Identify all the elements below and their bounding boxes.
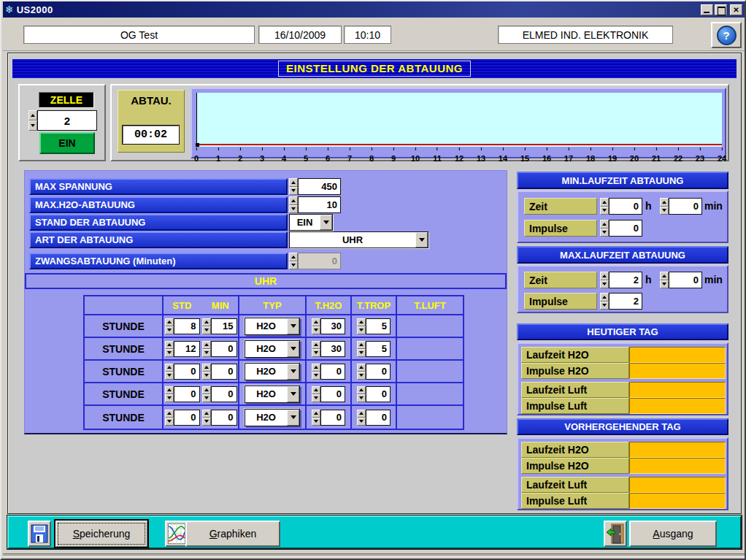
t-h2o-spinner[interactable]: 30 bbox=[312, 318, 345, 334]
std-spinner[interactable]: 8 bbox=[165, 318, 200, 334]
spin-up-icon[interactable] bbox=[202, 341, 211, 349]
chevron-down-icon[interactable] bbox=[415, 232, 428, 248]
std-spinner[interactable]: 0 bbox=[165, 364, 200, 380]
min-field[interactable]: 0 bbox=[211, 341, 237, 357]
spin-up-icon[interactable] bbox=[312, 386, 320, 394]
std-field[interactable]: 0 bbox=[174, 364, 200, 380]
t-trop-field[interactable]: 0 bbox=[366, 364, 391, 380]
typ-dropdown[interactable]: H2O bbox=[245, 386, 300, 403]
t-trop-spinner[interactable]: 0 bbox=[357, 364, 391, 380]
max-spannung-field[interactable]: 450 bbox=[298, 178, 341, 195]
spin-up-icon[interactable] bbox=[202, 410, 211, 418]
spin-up-icon[interactable] bbox=[165, 386, 174, 394]
chevron-down-icon[interactable] bbox=[320, 215, 332, 230]
spin-up-icon[interactable] bbox=[28, 110, 37, 120]
spin-up-icon[interactable] bbox=[357, 318, 366, 326]
chevron-down-icon[interactable] bbox=[287, 410, 299, 426]
min-spinner[interactable]: 0 bbox=[202, 386, 237, 402]
typ-dropdown[interactable]: H2O bbox=[245, 340, 300, 358]
spin-down-icon[interactable] bbox=[202, 349, 211, 357]
std-spinner[interactable]: 0 bbox=[165, 410, 200, 426]
max-spannung-spinner[interactable]: 450 bbox=[289, 178, 341, 195]
maximize-button[interactable] bbox=[715, 4, 727, 15]
typ-dropdown[interactable]: H2O bbox=[245, 318, 300, 335]
t-h2o-field[interactable]: 0 bbox=[320, 386, 345, 402]
spin-down-icon[interactable] bbox=[312, 326, 320, 334]
spin-down-icon[interactable] bbox=[165, 418, 174, 426]
spin-down-icon[interactable] bbox=[660, 280, 669, 289]
chevron-down-icon[interactable] bbox=[287, 386, 299, 402]
min-spinner[interactable]: 0 bbox=[202, 410, 237, 426]
t-trop-field[interactable]: 0 bbox=[366, 410, 391, 426]
std-spinner[interactable]: 0 bbox=[165, 386, 200, 402]
spin-up-icon[interactable] bbox=[202, 318, 211, 326]
spin-down-icon[interactable] bbox=[165, 326, 174, 334]
max-laufzeit-minutes-spinner[interactable]: 0 bbox=[660, 272, 702, 288]
help-button[interactable]: ? bbox=[711, 22, 742, 48]
spin-down-icon[interactable] bbox=[312, 349, 320, 357]
impulse-field[interactable]: 0 bbox=[609, 220, 642, 237]
spin-down-icon[interactable] bbox=[357, 418, 366, 426]
zelle-state-button[interactable]: EIN bbox=[39, 132, 95, 154]
min-laufzeit-minutes-spinner[interactable]: 0 bbox=[660, 198, 702, 215]
spin-down-icon[interactable] bbox=[312, 418, 320, 426]
exit-icon-button[interactable] bbox=[604, 521, 627, 547]
spin-up-icon[interactable] bbox=[165, 318, 174, 326]
spin-down-icon[interactable] bbox=[289, 187, 298, 196]
speicherung-button[interactable]: Speicherung bbox=[54, 519, 149, 548]
spin-down-icon[interactable] bbox=[600, 302, 609, 310]
t-trop-field[interactable]: 0 bbox=[366, 386, 391, 402]
t-trop-spinner[interactable]: 0 bbox=[357, 410, 391, 426]
spin-up-icon[interactable] bbox=[289, 178, 298, 187]
spin-down-icon[interactable] bbox=[202, 326, 211, 334]
t-h2o-spinner[interactable]: 0 bbox=[312, 386, 345, 402]
spin-up-icon[interactable] bbox=[600, 198, 609, 207]
t-h2o-field[interactable]: 0 bbox=[320, 410, 345, 426]
t-trop-field[interactable]: 5 bbox=[366, 341, 391, 357]
spin-down-icon[interactable] bbox=[312, 372, 320, 380]
chevron-down-icon[interactable] bbox=[287, 318, 299, 334]
t-trop-spinner[interactable]: 5 bbox=[357, 341, 391, 357]
spin-down-icon[interactable] bbox=[660, 207, 669, 215]
spin-up-icon[interactable] bbox=[165, 410, 174, 418]
std-field[interactable]: 12 bbox=[174, 341, 200, 357]
t-trop-spinner[interactable]: 0 bbox=[357, 386, 391, 402]
spin-down-icon[interactable] bbox=[600, 280, 609, 289]
max-laufzeit-impulse-spinner[interactable]: 2 bbox=[600, 293, 642, 310]
spin-up-icon[interactable] bbox=[165, 341, 174, 349]
max-h2o-field[interactable]: 10 bbox=[298, 196, 341, 213]
spin-up-icon[interactable] bbox=[357, 386, 366, 394]
std-spinner[interactable]: 12 bbox=[165, 341, 200, 357]
min-field[interactable]: 0 bbox=[211, 364, 237, 380]
t-h2o-spinner[interactable]: 0 bbox=[312, 364, 345, 380]
min-field[interactable]: 0 bbox=[211, 410, 237, 426]
spin-down-icon[interactable] bbox=[165, 394, 174, 402]
min-field[interactable]: 15 bbox=[211, 318, 237, 334]
save-icon-button[interactable] bbox=[28, 521, 51, 547]
spin-up-icon[interactable] bbox=[289, 196, 298, 205]
max-h2o-spinner[interactable]: 10 bbox=[289, 196, 341, 213]
spin-down-icon[interactable] bbox=[357, 326, 366, 334]
spin-up-icon[interactable] bbox=[660, 198, 669, 207]
chevron-down-icon[interactable] bbox=[287, 364, 299, 380]
spin-down-icon[interactable] bbox=[202, 418, 211, 426]
min-laufzeit-impulse-spinner[interactable]: 0 bbox=[600, 220, 642, 237]
min-field[interactable]: 0 bbox=[211, 386, 237, 402]
spin-down-icon[interactable] bbox=[357, 372, 366, 380]
zelle-value-field[interactable]: 2 bbox=[37, 110, 97, 131]
spin-up-icon[interactable] bbox=[660, 272, 669, 280]
spin-up-icon[interactable] bbox=[600, 272, 609, 280]
t-h2o-spinner[interactable]: 30 bbox=[312, 341, 345, 357]
min-spinner[interactable]: 15 bbox=[202, 318, 237, 334]
t-h2o-spinner[interactable]: 0 bbox=[312, 410, 345, 426]
impulse-field[interactable]: 2 bbox=[609, 293, 642, 310]
spin-down-icon[interactable] bbox=[289, 205, 298, 214]
spin-up-icon[interactable] bbox=[312, 410, 320, 418]
spin-up-icon[interactable] bbox=[165, 364, 174, 372]
spin-down-icon[interactable] bbox=[28, 120, 37, 131]
min-spinner[interactable]: 0 bbox=[202, 364, 237, 380]
close-button[interactable]: ✕ bbox=[730, 4, 742, 15]
graphiken-button[interactable]: Graphiken bbox=[185, 521, 280, 547]
spin-up-icon[interactable] bbox=[312, 341, 320, 349]
spin-down-icon[interactable] bbox=[600, 207, 609, 215]
